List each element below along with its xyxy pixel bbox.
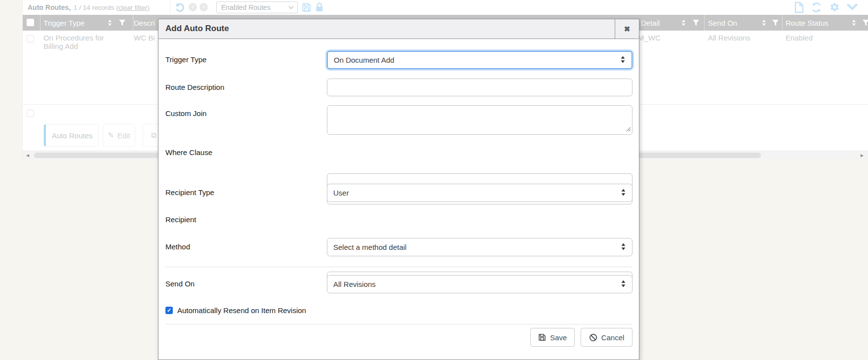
new-document-icon[interactable]	[793, 1, 804, 15]
form-divider	[165, 324, 632, 324]
field-label-recipient: Recipient	[165, 215, 197, 224]
sort-icon[interactable]	[761, 19, 767, 28]
save-view-icon[interactable]	[302, 2, 312, 14]
close-icon: ✖	[624, 25, 631, 34]
edit-button[interactable]: ✎ Edit	[103, 124, 135, 147]
grid-toolbar: Auto Routes, 1 / 14 records (clear filte…	[23, 0, 868, 15]
custom-join-textarea[interactable]	[327, 105, 632, 135]
cancel-button[interactable]: Cancel	[581, 328, 632, 347]
save-button[interactable]: Save	[530, 328, 575, 347]
undo-icon[interactable]	[174, 2, 185, 13]
send-on-select[interactable]: All Revisions	[327, 275, 632, 293]
field-label-custom-join: Custom Join	[165, 109, 206, 118]
select-stepper-icon	[620, 55, 626, 65]
field-label-send-on: Send On	[165, 280, 195, 288]
auto-routes-chip[interactable]: Auto Routes	[43, 124, 99, 147]
resize-grip-icon[interactable]	[626, 125, 631, 133]
field-label-route-description: Route Description	[165, 83, 224, 92]
check-icon: ✓	[167, 307, 171, 313]
recipient-type-select[interactable]: User	[327, 184, 632, 202]
column-header-route-status[interactable]: Route Status	[786, 19, 829, 27]
close-button[interactable]: ✖	[615, 19, 639, 39]
field-label-recipient-type: Recipient Type	[165, 188, 214, 197]
select-stepper-icon	[620, 188, 627, 198]
save-icon	[538, 333, 546, 341]
row-checkbox[interactable]	[27, 110, 34, 117]
field-label-where-clause: Where Clause	[165, 148, 212, 157]
cancel-button-label: Cancel	[601, 333, 625, 342]
sort-icon[interactable]	[851, 19, 857, 28]
edit-button-label: Edit	[118, 131, 130, 140]
column-header-trigger-type[interactable]: Trigger Type	[43, 19, 84, 27]
save-button-label: Save	[550, 333, 567, 342]
scroll-left-icon[interactable]: ◄	[25, 153, 30, 158]
field-label-method: Method	[165, 242, 190, 251]
record-count-text: 1 / 14 records	[74, 4, 115, 11]
form-divider	[165, 267, 632, 267]
dialog-title: Add Auto Route	[165, 24, 229, 34]
dialog-header[interactable]: Add Auto Route ✖	[158, 19, 639, 39]
lock-icon[interactable]	[315, 2, 324, 14]
column-header-detail[interactable]: Detail	[641, 19, 660, 27]
copy-icon: ⧉	[151, 131, 157, 140]
select-stepper-icon	[620, 280, 627, 289]
trigger-type-select[interactable]: On Document Add	[327, 51, 632, 69]
cell-description: WC Bi	[134, 34, 155, 42]
resend-checkbox[interactable]: ✓	[165, 307, 173, 314]
chip-label: Auto Routes	[52, 131, 93, 140]
add-auto-route-dialog: Add Auto Route ✖ Trigger Type On Documen…	[158, 19, 639, 360]
column-header-send-on[interactable]: Send On	[708, 19, 737, 27]
chevron-down-icon	[288, 5, 294, 9]
send-on-select-value: All Revisions	[333, 280, 376, 288]
sort-icon[interactable]	[680, 19, 687, 28]
row-checkbox[interactable]	[27, 35, 34, 42]
filter-icon[interactable]	[772, 19, 779, 28]
grid-title: Auto Routes,	[28, 3, 71, 11]
chip-accent-bar	[44, 124, 46, 146]
collapse-chevron-icon[interactable]	[847, 3, 858, 12]
cell-route-status: Enabled	[786, 34, 813, 42]
field-label-trigger-type: Trigger Type	[165, 55, 206, 64]
toolbar-separator	[170, 1, 170, 14]
scroll-right-icon[interactable]: ►	[860, 153, 865, 158]
pencil-icon: ✎	[108, 131, 114, 140]
filter-icon[interactable]	[692, 19, 700, 28]
resend-checkbox-label: Automatically Resend on Item Revision	[177, 306, 306, 315]
prev-page-icon[interactable]: ‹	[189, 3, 197, 11]
cell-send-on: All Revisions	[708, 34, 750, 42]
method-select[interactable]: Select a method detail	[327, 238, 632, 256]
route-view-select[interactable]: Enabled Routes	[216, 1, 298, 13]
sort-icon[interactable]	[107, 19, 113, 28]
filter-icon[interactable]	[118, 19, 126, 28]
record-count: 1 / 14 records (clear filter)	[74, 4, 150, 11]
select-all-checkbox[interactable]	[27, 19, 34, 26]
refresh-icon[interactable]	[811, 2, 822, 15]
next-page-icon[interactable]: ›	[199, 3, 208, 11]
recipient-type-select-value: User	[333, 189, 349, 197]
clear-filter-link[interactable]: (clear filter)	[116, 4, 150, 11]
filter-icon[interactable]	[862, 19, 868, 28]
trigger-type-select-value: On Document Add	[334, 56, 395, 64]
route-view-select-value: Enabled Routes	[221, 3, 271, 11]
column-header-description[interactable]: Descri	[134, 19, 155, 27]
gear-icon[interactable]	[829, 1, 840, 15]
route-description-input[interactable]	[327, 79, 632, 96]
method-select-value: Select a method detail	[333, 243, 406, 251]
cell-trigger-type: On Procedures for Billing Add	[43, 34, 122, 50]
select-stepper-icon	[620, 242, 627, 252]
cancel-icon	[589, 333, 597, 342]
